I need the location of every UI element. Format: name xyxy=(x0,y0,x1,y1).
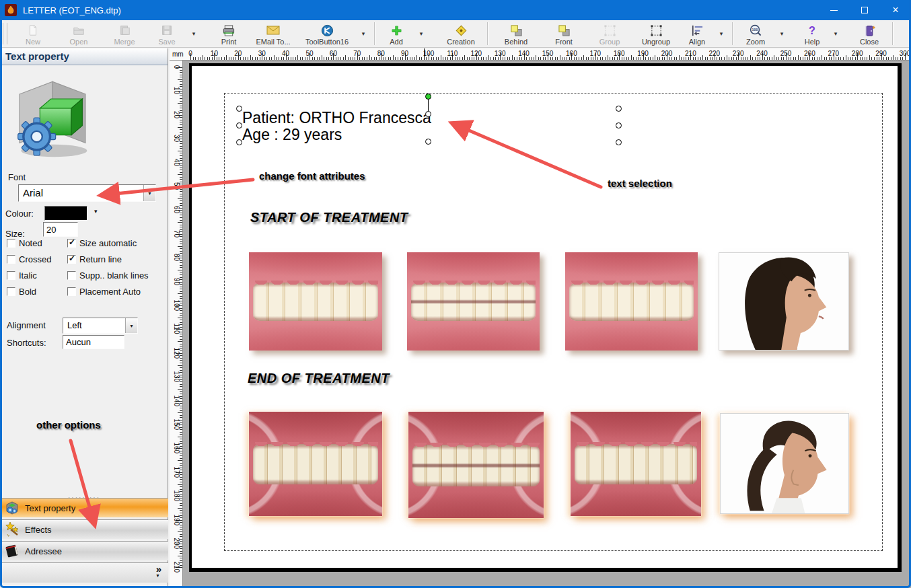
font-select[interactable]: Arial ▾ xyxy=(18,184,156,202)
selection-handle-br[interactable] xyxy=(616,139,622,145)
panel-title: Text property xyxy=(0,48,168,65)
save-dropdown-icon[interactable]: ▾ xyxy=(186,20,201,47)
new-button[interactable]: New xyxy=(10,20,56,47)
nav-text-property[interactable]: Text property xyxy=(0,498,168,517)
ungroup-button[interactable]: Ungroup xyxy=(632,20,680,47)
chevron-more-icon[interactable]: » xyxy=(156,564,161,574)
horizontal-ruler: mm 0102030405060708090100110120130140150… xyxy=(170,48,911,61)
annotation-change-font: change font attributes xyxy=(259,170,365,182)
checkbox-return-line[interactable]: ✓Return line xyxy=(67,254,122,264)
annotation-other-options: other options xyxy=(36,419,101,431)
diamond-icon xyxy=(455,24,468,37)
address-book-icon xyxy=(3,543,21,559)
nav-adressee[interactable]: Adressee xyxy=(0,541,168,560)
section-title-end[interactable]: END OF TREATMENT xyxy=(248,371,390,386)
text-property-panel: Text property xyxy=(0,48,168,588)
alignment-value: Left xyxy=(63,318,125,333)
printer-icon xyxy=(222,24,235,37)
print-button[interactable]: Print xyxy=(209,20,248,47)
photo-start-front[interactable] xyxy=(407,252,540,351)
photo-end-profile[interactable] xyxy=(720,413,849,514)
rotation-handle[interactable] xyxy=(425,94,431,100)
group-button[interactable]: Group xyxy=(587,20,632,47)
selection-handle-bc[interactable] xyxy=(425,139,431,145)
creation-button[interactable]: Creation xyxy=(438,20,484,47)
photo-start-profile[interactable] xyxy=(719,252,849,351)
help-dropdown-icon[interactable]: ▾ xyxy=(828,20,843,47)
zoom-button[interactable]: 100 Zoom xyxy=(737,20,774,47)
align-button[interactable]: Align xyxy=(680,20,714,47)
envelope-icon xyxy=(266,24,280,37)
photo-end-right-side[interactable] xyxy=(249,412,382,516)
maximize-icon[interactable] xyxy=(849,0,880,20)
selection-handle-ml[interactable] xyxy=(236,122,242,128)
selection-handle-bl[interactable] xyxy=(236,139,242,145)
panel-more-bar[interactable]: » ▼ xyxy=(0,562,168,583)
front-icon xyxy=(558,24,571,37)
toolbutton16-dropdown-icon[interactable]: ▾ xyxy=(356,20,371,47)
selection-handle-tr[interactable] xyxy=(616,106,622,112)
save-button[interactable]: Save xyxy=(147,20,186,47)
zoom-dropdown-icon[interactable]: ▾ xyxy=(774,20,789,47)
checkbox-crossed[interactable]: ✓Crossed xyxy=(7,254,51,264)
colour-dropdown-icon[interactable]: ▾ xyxy=(94,208,98,215)
close-icon[interactable]: × xyxy=(880,0,911,20)
alignment-label: Alignment xyxy=(7,320,46,330)
behind-button[interactable]: Behind xyxy=(492,20,540,47)
profile-silhouette xyxy=(719,253,848,350)
toolbar-separator xyxy=(374,22,375,45)
text-property-nav-icon xyxy=(3,500,21,516)
checkbox-supp-blank-lines[interactable]: ✓Supp.. blank lines xyxy=(67,270,149,281)
alignment-select[interactable]: Left ▾ xyxy=(63,318,138,334)
svg-text:?: ? xyxy=(809,24,815,36)
toolbar-grip[interactable] xyxy=(3,23,7,44)
profile-silhouette xyxy=(721,414,848,513)
svg-text:100: 100 xyxy=(752,28,758,32)
text-property-icon xyxy=(5,71,100,165)
selection-handle-tl[interactable] xyxy=(236,106,242,112)
checkbox-placement-auto[interactable]: ✓Placement Auto xyxy=(67,287,141,297)
checkbox-bold[interactable]: ✓Bold xyxy=(7,287,36,297)
photo-end-front[interactable] xyxy=(408,412,544,518)
open-button[interactable]: Open xyxy=(56,20,102,47)
selection-handle-mr[interactable] xyxy=(616,122,622,128)
photo-start-left-side[interactable] xyxy=(565,252,698,351)
behind-icon xyxy=(510,24,523,37)
photo-start-right-side[interactable] xyxy=(249,252,382,351)
checkbox-size-automatic[interactable]: ✓Size automatic xyxy=(67,238,137,248)
photo-end-left-side[interactable] xyxy=(571,412,701,516)
colour-swatch[interactable] xyxy=(44,206,87,221)
help-button[interactable]: ? Help xyxy=(796,20,828,47)
vertical-ruler: 0102030405060708090100110120130140150160… xyxy=(170,61,183,588)
toolbutton16-icon xyxy=(321,24,334,37)
shortcuts-label: Shortcuts: xyxy=(7,338,46,348)
ungroup-icon xyxy=(650,24,663,37)
font-label: Font xyxy=(8,172,26,182)
checkbox-noted[interactable]: ✓Noted xyxy=(7,238,42,248)
align-dropdown-icon[interactable]: ▾ xyxy=(714,20,729,47)
patient-text[interactable]: Patient: ORTHO Francesca xyxy=(242,109,431,127)
merge-doc-icon xyxy=(118,24,131,37)
front-button[interactable]: Front xyxy=(540,20,587,47)
checkbox-italic[interactable]: ✓Italic xyxy=(7,270,37,281)
section-title-start[interactable]: START OF TREATMENT xyxy=(250,210,408,225)
minimize-icon[interactable] xyxy=(818,0,849,20)
toolbutton16-button[interactable]: ToolButton16 xyxy=(298,20,356,47)
size-input[interactable]: 20 xyxy=(43,222,78,237)
nav-effects[interactable]: Effects xyxy=(0,519,168,539)
close-tool-button[interactable]: Close xyxy=(850,20,889,47)
floppy-icon xyxy=(161,24,173,37)
font-value: Arial xyxy=(19,185,143,201)
add-dropdown-icon[interactable]: ▾ xyxy=(414,20,429,47)
selection-handle-tc[interactable] xyxy=(425,111,431,117)
shortcuts-input[interactable]: Aucun xyxy=(63,335,124,349)
font-dropdown-icon[interactable]: ▾ xyxy=(143,185,155,201)
age-text[interactable]: Age : 29 years xyxy=(242,126,342,144)
chevron-down-icon[interactable]: ▼ xyxy=(155,573,160,578)
plus-icon xyxy=(391,24,402,37)
add-button[interactable]: Add xyxy=(379,20,414,47)
email-button[interactable]: EMail To... xyxy=(248,20,298,47)
colour-label: Colour: xyxy=(5,209,34,219)
merge-button[interactable]: Merge xyxy=(102,20,147,47)
alignment-dropdown-icon[interactable]: ▾ xyxy=(125,318,137,333)
